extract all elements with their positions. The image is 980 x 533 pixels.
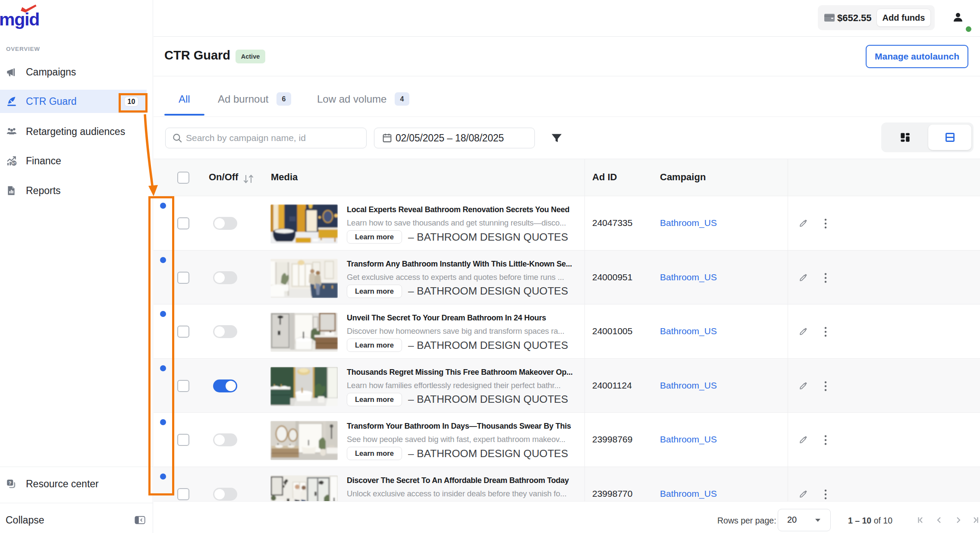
svg-text:mgid: mgid [0, 9, 39, 29]
svg-text:?: ? [9, 480, 12, 486]
svg-text:$: $ [13, 160, 16, 166]
